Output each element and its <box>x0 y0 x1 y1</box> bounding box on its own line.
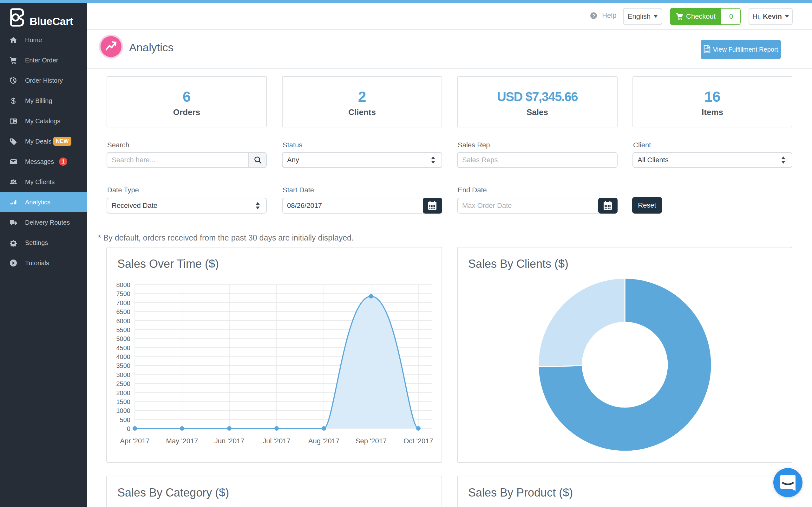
svg-text:Oct '2017: Oct '2017 <box>403 437 433 445</box>
svg-text:2500: 2500 <box>116 380 131 387</box>
svg-text:500: 500 <box>120 416 131 424</box>
svg-text:4000: 4000 <box>116 353 131 360</box>
svg-text:Apr '2017: Apr '2017 <box>120 437 150 445</box>
svg-text:7500: 7500 <box>116 290 131 297</box>
svg-text:3000: 3000 <box>116 372 131 378</box>
svg-text:May '2017: May '2017 <box>166 437 198 445</box>
svg-text:Sep '2017: Sep '2017 <box>356 437 387 445</box>
svg-text:Jun '2017: Jun '2017 <box>214 437 245 445</box>
svg-text:7000: 7000 <box>116 299 131 306</box>
svg-text:1000: 1000 <box>116 407 131 414</box>
svg-text:1500: 1500 <box>116 398 131 405</box>
svg-text:6500: 6500 <box>116 308 131 315</box>
svg-text:2000: 2000 <box>116 389 131 396</box>
svg-text:3500: 3500 <box>116 362 131 369</box>
svg-text:4500: 4500 <box>116 344 131 351</box>
svg-text:5000: 5000 <box>116 335 131 342</box>
svg-text:5500: 5500 <box>116 326 131 333</box>
svg-text:Aug '2017: Aug '2017 <box>308 437 339 445</box>
svg-text:8000: 8000 <box>116 281 131 288</box>
svg-text:6000: 6000 <box>116 318 131 325</box>
svg-text:Jul '2017: Jul '2017 <box>263 437 290 445</box>
svg-text:0: 0 <box>127 425 131 432</box>
